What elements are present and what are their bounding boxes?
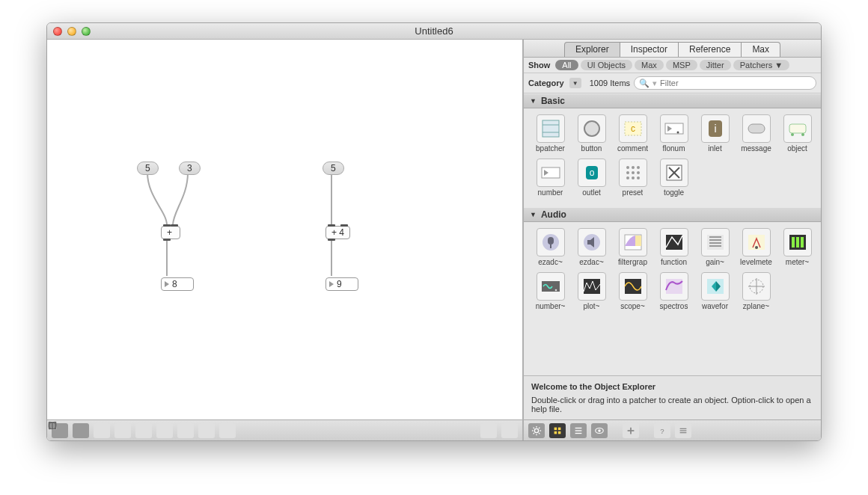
help-icon[interactable]: ? [654, 423, 670, 438]
number-box[interactable]: 9 [326, 277, 358, 291]
minimize-window-button[interactable] [67, 27, 76, 36]
toolbar-icon[interactable] [219, 423, 236, 438]
category-dropdown-icon[interactable]: ▼ [569, 78, 581, 88]
svg-line-93 [534, 427, 534, 428]
close-window-button[interactable] [53, 27, 62, 36]
zoom-window-button[interactable] [82, 27, 91, 36]
svg-rect-76 [801, 237, 804, 248]
palette-item-bpatcher[interactable]: bpatcher [530, 114, 571, 153]
number-icon [537, 159, 565, 187]
wavefor-icon [701, 272, 730, 301]
ezadc~-icon [537, 228, 565, 256]
svg-point-47 [626, 166, 629, 169]
tab-explorer[interactable]: Explorer [564, 42, 620, 57]
filter-jitter[interactable]: Jitter [700, 60, 731, 70]
object-box[interactable]: + 4 [326, 226, 350, 239]
single-view-icon[interactable] [480, 423, 497, 438]
palette-item-toggle[interactable]: toggle [653, 159, 694, 197]
gear-icon[interactable] [528, 423, 545, 438]
presentation-icon[interactable] [135, 423, 152, 438]
svg-point-31 [584, 121, 599, 136]
outlet-icon: o [578, 159, 606, 187]
search-input[interactable]: 🔍 ▾ [634, 76, 816, 90]
palette-item-ezadc-tilde[interactable]: ezadc~ [530, 228, 571, 266]
palette-item-flonum[interactable]: flonum [653, 114, 694, 153]
tab-reference[interactable]: Reference [679, 42, 742, 57]
palette-item-filtergrap[interactable]: filtergrap [612, 228, 653, 266]
palette-item-button[interactable]: button [571, 114, 612, 153]
eye-icon[interactable] [591, 423, 608, 438]
palette-item-zplane-tilde[interactable]: zplane~ [736, 272, 777, 310]
svg-rect-100 [558, 431, 561, 434]
toolbar-icon[interactable] [94, 423, 110, 438]
list-view-icon[interactable] [570, 423, 587, 438]
palette-item-scope-tilde[interactable]: scope~ [612, 272, 653, 310]
lines-icon[interactable] [675, 423, 691, 438]
svg-rect-64 [635, 236, 641, 246]
info-icon[interactable]: i [156, 423, 173, 438]
new-object-icon[interactable] [73, 423, 89, 438]
tab-max[interactable]: Max [742, 42, 780, 57]
message-box[interactable]: 3 [179, 162, 201, 175]
palette-item-message[interactable]: message [736, 114, 777, 153]
palette-item-preset[interactable]: preset [612, 159, 653, 197]
disclosure-triangle-icon: ▼ [530, 211, 537, 218]
palette-item-gain-tilde[interactable]: gain~ [694, 228, 736, 266]
svg-point-53 [626, 176, 629, 179]
scope~-icon [619, 272, 647, 301]
svg-rect-60 [548, 237, 554, 245]
tab-inspector[interactable]: Inspector [620, 42, 679, 57]
palette-item-ezdac-tilde[interactable]: ezdac~ [571, 228, 612, 266]
palette-item-number-tilde[interactable]: number~ [530, 272, 571, 310]
palette-item-spectros[interactable]: spectros [653, 272, 694, 310]
number-box[interactable]: 8 [161, 277, 194, 291]
svg-point-78 [554, 289, 557, 292]
palette-item-number[interactable]: number [530, 159, 571, 197]
object-icon [783, 114, 812, 143]
palette-item-object[interactable]: object [777, 114, 818, 153]
patcher-canvas[interactable]: 5 3 5 + + 4 8 9 i [47, 40, 523, 440]
filter-patchers[interactable]: Patchers ▼ [733, 60, 789, 70]
category-label: Category [528, 79, 564, 87]
palette-item-wavefor[interactable]: wavefor [694, 272, 736, 310]
svg-text:c: c [631, 123, 635, 134]
palette-item-levelmete[interactable]: levelmete [736, 228, 777, 266]
app-window: Untitled6 5 3 5 + + 4 [46, 22, 822, 441]
filter-all[interactable]: All [555, 60, 578, 70]
titlebar: Untitled6 [47, 23, 821, 40]
message-box[interactable]: 5 [137, 162, 159, 175]
disclosure-triangle-icon: ▼ [530, 97, 537, 105]
grid-icon[interactable] [198, 423, 215, 438]
spectros-icon [660, 272, 688, 301]
svg-rect-99 [554, 431, 557, 434]
palette-item-outlet[interactable]: ooutlet [571, 159, 612, 197]
category-header-basic[interactable]: ▼Basic [524, 93, 821, 108]
add-icon[interactable] [623, 423, 639, 438]
filtergrap-icon [619, 228, 647, 256]
side-toolbar: ? [524, 419, 821, 440]
number~-icon [537, 272, 565, 301]
item-count: 1009 Items [590, 79, 630, 87]
meter~-icon [783, 228, 812, 256]
svg-rect-40 [789, 124, 806, 133]
palette-item-comment[interactable]: ccomment [612, 114, 653, 153]
grid-view-icon[interactable] [549, 423, 566, 438]
filter-max[interactable]: Max [635, 60, 664, 70]
palette-item-meter-tilde[interactable]: meter~ [777, 228, 818, 266]
toolbar-icon[interactable] [114, 423, 131, 438]
svg-rect-97 [554, 427, 557, 430]
split-view-icon[interactable] [501, 423, 518, 438]
category-header-audio[interactable]: ▼Audio [524, 207, 821, 222]
show-label: Show [528, 61, 550, 70]
palette-item-function[interactable]: function [653, 228, 694, 266]
palette-item-inlet[interactable]: iinlet [694, 114, 736, 153]
palette-item-plot-tilde[interactable]: plot~ [571, 272, 612, 310]
toolbar-icon[interactable] [177, 423, 194, 438]
filter-ui-objects[interactable]: UI Objects [581, 60, 632, 70]
svg-point-88 [534, 428, 538, 432]
bpatcher-icon [537, 114, 565, 143]
message-box[interactable]: 5 [323, 162, 344, 175]
filter-msp[interactable]: MSP [666, 60, 697, 70]
function-icon [660, 228, 688, 256]
object-box[interactable]: + [161, 226, 180, 239]
